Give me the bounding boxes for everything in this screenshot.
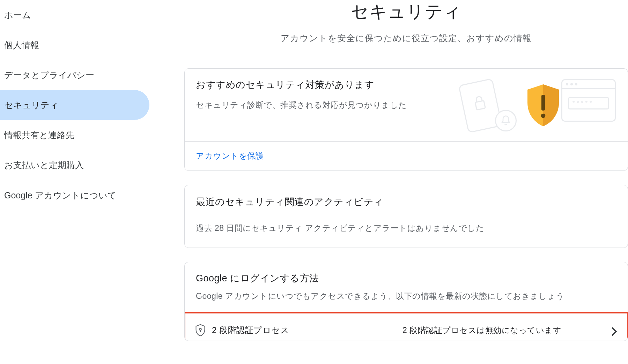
svg-point-3	[199, 328, 201, 331]
two-step-status: 2 段階認証プロセスは無効になっています	[402, 325, 603, 336]
login-methods-title: Google にログインする方法	[196, 272, 616, 285]
sidebar-item-label: 情報共有と連絡先	[4, 129, 74, 141]
recommendation-card: おすすめのセキュリティ対策があります セキュリティ診断で、推奨される対応が見つか…	[184, 68, 628, 171]
page-subtitle: アカウントを安全に保つために役立つ設定、おすすめの情報	[184, 32, 628, 44]
recommendation-title: おすすめのセキュリティ対策があります	[196, 78, 456, 91]
main-content: セキュリティ アカウントを安全に保つために役立つ設定、おすすめの情報 おすすめの…	[149, 0, 628, 364]
two-step-highlight: 2 段階認証プロセス 2 段階認証プロセスは無効になっています	[184, 312, 628, 341]
svg-rect-1	[541, 95, 545, 111]
activity-card: 最近のセキュリティ関連のアクティビティ 過去 28 日間にセキュリティ アクティ…	[184, 185, 628, 248]
bell-icon	[495, 110, 517, 131]
sidebar-item-security[interactable]: セキュリティ	[0, 90, 149, 120]
sidebar-item-label: Google アカウントについて	[4, 190, 117, 201]
login-methods-card: Google にログインする方法 Google アカウントにいつでもアクセスでき…	[184, 262, 628, 341]
recommendation-illustration: *****	[463, 78, 616, 131]
chevron-right-icon	[603, 324, 617, 336]
svg-point-2	[541, 114, 546, 118]
two-step-label: 2 段階認証プロセス	[212, 325, 402, 336]
sidebar-item-label: 個人情報	[4, 39, 39, 51]
sidebar-item-sharing-contacts[interactable]: 情報共有と連絡先	[0, 120, 149, 150]
sidebar-item-label: セキュリティ	[4, 99, 59, 111]
lock-icon	[472, 94, 488, 113]
sidebar-item-payments-subscriptions[interactable]: お支払いと定期購入	[0, 150, 149, 180]
sidebar-item-personal-info[interactable]: 個人情報	[0, 30, 149, 60]
shield-outline-icon	[195, 324, 212, 336]
sidebar-nav: ホーム 個人情報 データとプライバシー セキュリティ 情報共有と連絡先 お支払い…	[0, 0, 149, 364]
sidebar-item-label: お支払いと定期購入	[4, 159, 84, 171]
two-step-verification-row[interactable]: 2 段階認証プロセス 2 段階認証プロセスは無効になっています	[185, 313, 627, 341]
sidebar-item-home[interactable]: ホーム	[0, 0, 149, 30]
activity-description: 過去 28 日間にセキュリティ アクティビティとアラートはありませんでした	[196, 223, 616, 234]
protect-account-link[interactable]: アカウントを保護	[196, 151, 264, 160]
activity-title: 最近のセキュリティ関連のアクティビティ	[196, 196, 616, 208]
browser-password-icon: *****	[561, 79, 616, 122]
login-methods-description: Google アカウントにいつでもアクセスできるよう、以下の情報を最新の状態にし…	[196, 291, 616, 302]
recommendation-description: セキュリティ診断で、推奨される対応が見つかりました	[196, 99, 456, 112]
sidebar-item-data-privacy[interactable]: データとプライバシー	[0, 60, 149, 90]
sidebar-item-about[interactable]: Google アカウントについて	[0, 180, 149, 210]
page-title: セキュリティ	[184, 0, 628, 23]
shield-warning-icon	[526, 83, 561, 129]
sidebar-item-label: データとプライバシー	[4, 69, 94, 81]
sidebar-item-label: ホーム	[4, 9, 31, 21]
